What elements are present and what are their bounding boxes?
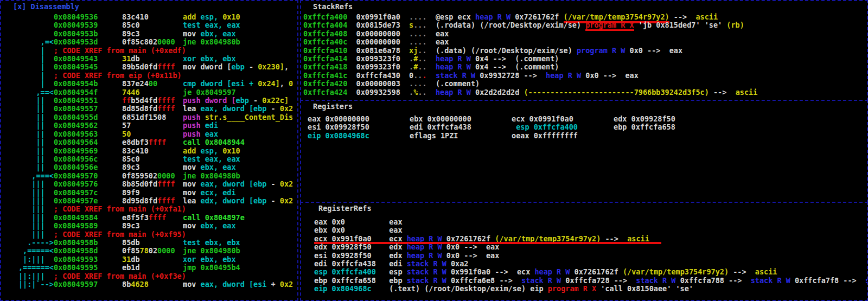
stackrefs-row: 0xffcfa40c 0x00000000 .... eax	[301, 38, 867, 46]
text-segment: ..	[418, 62, 426, 71]
text-segment: push	[183, 113, 205, 121]
panel-title-registerrefs: RegisterRefs	[301, 203, 867, 213]
registerrefs-row: ecx 0x991f0a0 ecx heap R W 0x7261762f (/…	[301, 235, 867, 243]
text-segment: 0xffcfa414	[303, 54, 347, 63]
text-segment: 0x0 --> eax	[581, 71, 639, 80]
panel-stackrefs[interactable]: StackRefs 0xffcfa400 0x0991f0a0 .... @es…	[300, 0, 868, 101]
text-segment	[347, 79, 356, 88]
registerrefs-row: eip 0x804968c (.text) (/root/Desktop/exi…	[301, 285, 867, 293]
text-segment: ..	[418, 46, 426, 55]
register-value: edi 0xffcfa438	[410, 123, 512, 131]
registers-row: eax 0x00000000ebx 0x00000000ecx 0x0991f0…	[301, 115, 867, 123]
text-segment: 0xffcfa418	[303, 62, 347, 71]
jump-arrow-prefix: ||	[1, 147, 54, 155]
text-segment: jne 0x804980b	[183, 37, 240, 46]
text-segment: stack R W	[521, 276, 561, 285]
text-segment: 0000	[157, 37, 175, 46]
text-segment: ecx	[389, 234, 407, 243]
panel-disassembly[interactable]: [x] Disassembly 0x0804953683c410add esp,…	[0, 0, 298, 301]
instruction-bytes: 0f8578020000	[122, 247, 183, 255]
text-segment: -	[249, 96, 262, 105]
jump-arrow-prefix: |||	[1, 222, 54, 230]
disasm-row: 0x0804953985c0test eax, eax	[1, 21, 297, 29]
text-segment: edi	[205, 121, 218, 130]
text-segment: 0xffcfa430	[356, 71, 400, 80]
text-segment: heap R W	[436, 88, 471, 97]
text-segment: 78	[140, 246, 149, 255]
text-segment	[347, 29, 356, 38]
instruction-address: 0x0804954b	[54, 80, 122, 88]
text-segment: eax	[436, 37, 449, 46]
text-segment: ..	[413, 71, 422, 80]
text-segment: ....	[409, 37, 427, 46]
text-segment: 0xffcfa788 -->	[676, 276, 751, 285]
registerrefs-row: ebx 0x0 eax	[301, 226, 867, 234]
text-segment: 00	[149, 79, 157, 88]
register-value: ecx 0x0991f0a0	[512, 115, 614, 123]
instruction-bytes: 8b4628	[122, 280, 183, 289]
text-segment: esi 0x9928f50	[314, 251, 389, 260]
code-xref-comment: ; CODE XREF from main (+0xfa1)	[54, 204, 186, 213]
text-segment: str.s____Content_Dis	[205, 113, 293, 121]
instruction-bytes: 85c0	[122, 21, 183, 29]
text-segment: eax, dword [ebp	[201, 180, 267, 188]
text-segment: stack R W	[407, 259, 446, 268]
text-segment: 0xffcfa404	[303, 21, 347, 29]
text-segment	[427, 79, 436, 88]
stackrefs-row: 0xffcfa408 0x00000000 .... eax	[301, 30, 867, 38]
text-segment: 0x00000003	[356, 79, 400, 88]
text-segment: (------------------------7966bb39242d3f5…	[524, 88, 709, 97]
stackrefs-row: 0xffcfa410 0x081e6a78 xj.. (.data) (/roo…	[301, 47, 867, 55]
stackrefs-row: 0xffcfa414 0x099323f0 .#.. heap R W 0x4 …	[301, 55, 867, 63]
text-segment: ..	[418, 54, 426, 63]
text-segment: 0xa2	[446, 259, 469, 268]
instruction-text: mov ebx, eax	[183, 163, 236, 171]
disasm-xref-row: ||| ; CODE XREF from main (+0xfa1)	[1, 205, 297, 213]
instruction-bytes: 50	[122, 130, 183, 138]
registerrefs-row: eax 0x0 eax	[301, 218, 867, 226]
panel-registers[interactable]: Registers eax 0x00000000ebx 0x00000000ec…	[300, 100, 868, 203]
disasm-row: || 0x0804955d6851df1508push str.s____Con…	[1, 113, 297, 121]
right-column: StackRefs 0xffcfa400 0x0991f0a0 .... @es…	[300, 0, 868, 301]
disasm-row: ||:|`-->0x080495978b4628mov eax, dword […	[1, 280, 297, 289]
register-value: oeax 0xffffffff	[512, 132, 614, 140]
text-segment: 0x7261762f	[442, 234, 495, 243]
text-segment: 0x2	[280, 180, 293, 188]
text-segment: 0x099323f0	[356, 62, 400, 71]
text-segment: 89f9	[122, 188, 140, 197]
text-segment: jmp 0x80495b4	[183, 263, 240, 272]
text-segment: 8d95d8fd	[122, 196, 157, 205]
text-segment: 'jb 0x815ded7' 'se'	[634, 21, 727, 29]
text-segment: 0000	[157, 246, 175, 255]
panel-registerrefs[interactable]: RegisterRefs eax 0x0 eaxebx 0x0 eaxecx 0…	[300, 202, 868, 301]
instruction-text: test eax, eax	[183, 21, 240, 29]
text-segment: -->	[729, 267, 755, 276]
text-segment: (.data) (/root/Desktop/exim/se)	[436, 46, 577, 55]
text-segment: 0	[409, 71, 413, 80]
stackrefs-row: 0xffcfa400 0x0991f0a0 .... @esp ecx heap…	[301, 13, 867, 21]
disasm-row: || 0x0804956e89c3mov ebx, eax	[1, 163, 297, 171]
instruction-text: mov ebx, eax	[183, 29, 236, 38]
text-segment: ,	[280, 79, 289, 88]
text-segment: edx 0x9928f50	[314, 242, 389, 251]
text-segment: edx, dword [ebp	[201, 196, 267, 205]
text-segment	[400, 29, 409, 38]
text-segment: 0xffcfa728 -->	[561, 276, 636, 285]
instruction-address: 0x0804957e	[54, 197, 122, 205]
text-segment: 89c3	[122, 29, 140, 38]
text-segment: 0x2d2d2d2d	[471, 88, 524, 97]
text-segment: xor ebx, ebx	[183, 54, 236, 63]
text-segment: @esp ecx	[436, 12, 475, 21]
text-segment: 0x991f0a0 --> ecx	[446, 267, 535, 276]
text-segment: (.rodata) (/root/Desktop/exim/se)	[436, 21, 585, 29]
text-segment: stack R W	[407, 276, 446, 285]
instruction-address: 0x0804956c	[54, 155, 122, 163]
text-segment: .	[409, 88, 413, 97]
disasm-row: || 0x0804956350push eax	[1, 130, 297, 138]
text-segment: 0x10	[222, 146, 240, 155]
jump-arrow-prefix: ,======<	[1, 264, 54, 272]
jump-arrow-prefix: ||:|`-->	[1, 280, 54, 289]
jump-arrow-prefix: |	[1, 72, 54, 80]
register-value: esp 0xffcfa400	[512, 123, 614, 131]
text-segment: ffff	[157, 180, 175, 188]
